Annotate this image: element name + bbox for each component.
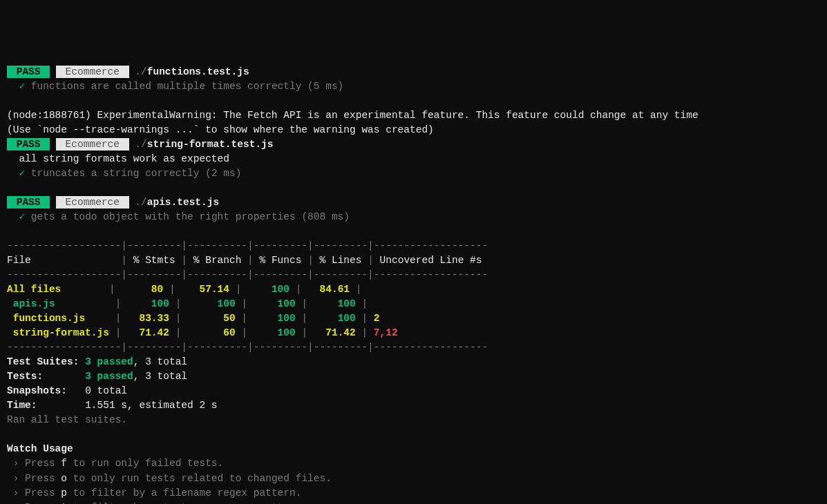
test-describe-line: all string formats work as expected: [7, 152, 820, 166]
test-result-line: ✓ truncates a string correctly (2 ms): [7, 166, 820, 181]
cov-stmts: 71.42: [127, 327, 175, 338]
watch-usage-item: › Press p to filter by a filename regex …: [7, 486, 820, 501]
cov-file: apis.js: [7, 298, 115, 309]
test-result-line: ✓ functions are called multiple times co…: [7, 79, 820, 94]
warning-line: (node:1888761) ExperimentalWarning: The …: [7, 108, 820, 123]
coverage-separator: -------------------|---------|----------…: [7, 268, 820, 282]
check-icon: ✓: [19, 168, 25, 179]
check-icon: ✓: [19, 211, 25, 222]
test-header-row: PASS Ecommerce ./string-format.test.js: [7, 137, 820, 152]
warning-line: (Use `node --trace-warnings ...` to show…: [7, 123, 820, 137]
path-prefix: ./: [129, 66, 147, 77]
coverage-row: string-format.js | 71.42 | 60 | 100 | 71…: [7, 326, 820, 340]
pass-badge: PASS: [7, 138, 50, 151]
test-name: functions are called multiple times corr…: [31, 81, 343, 92]
blank-line: [7, 94, 820, 108]
pass-badge: PASS: [7, 196, 50, 209]
watch-usage-item: › Press o to only run tests related to c…: [7, 472, 820, 486]
summary-tests: Tests: 3 passed, 3 total: [7, 369, 820, 384]
blank-line: [7, 181, 820, 195]
cov-file: All files: [7, 284, 109, 295]
cov-funcs: 100: [254, 327, 302, 338]
cov-lines: 71.42: [314, 327, 362, 338]
watch-key: t: [61, 502, 67, 504]
path-prefix: ./: [129, 139, 147, 150]
cov-uncovered: [368, 298, 482, 309]
test-file: string-format.test.js: [147, 139, 274, 150]
test-header-row: PASS Ecommerce ./functions.test.js: [7, 65, 820, 79]
coverage-separator: -------------------|---------|----------…: [7, 340, 820, 355]
cov-lines: 100: [314, 298, 362, 309]
test-result-line: ✓ gets a todo object with the right prop…: [7, 210, 820, 224]
cov-funcs: 100: [254, 313, 302, 324]
terminal-output[interactable]: PASS Ecommerce ./functions.test.js ✓ fun…: [7, 65, 820, 504]
coverage-separator: -------------------|---------|----------…: [7, 239, 820, 253]
watch-key: f: [61, 458, 67, 469]
watch-key: o: [61, 473, 67, 484]
blank-line: [7, 427, 820, 442]
summary-snapshots: Snapshots: 0 total: [7, 384, 820, 398]
path-prefix: ./: [129, 197, 147, 208]
test-file: apis.test.js: [147, 197, 219, 208]
cov-uncovered: [361, 284, 475, 295]
summary-time: Time: 1.551 s, estimated 2 s: [7, 398, 820, 413]
blank-line: [7, 224, 820, 239]
watch-usage-item: › Press f to run only failed tests.: [7, 456, 820, 471]
coverage-row: functions.js | 83.33 | 50 | 100 | 100 | …: [7, 311, 820, 326]
watch-usage-item: › Press t to filter by a test name regex…: [7, 501, 820, 504]
cov-stmts: 100: [127, 298, 175, 309]
check-icon: ✓: [19, 81, 25, 92]
env-badge: Ecommerce: [56, 196, 129, 209]
coverage-row: apis.js | 100 | 100 | 100 | 100 |: [7, 297, 820, 311]
test-header-row: PASS Ecommerce ./apis.test.js: [7, 195, 820, 210]
cov-lines: 100: [314, 313, 362, 324]
env-badge: Ecommerce: [56, 66, 129, 78]
cov-uncovered: 7,12: [368, 327, 482, 338]
watch-usage-title: Watch Usage: [7, 442, 820, 456]
test-name: gets a todo object with the right proper…: [31, 211, 350, 222]
test-name: truncates a string correctly (2 ms): [31, 168, 242, 179]
pass-badge: PASS: [7, 66, 50, 78]
cov-branch: 57.14: [181, 284, 235, 295]
cov-lines: 84.61: [307, 284, 356, 295]
watch-key: p: [61, 487, 67, 498]
summary-ran: Ran all test suites.: [7, 413, 820, 427]
cov-funcs: 100: [247, 284, 296, 295]
coverage-header: File | % Stmts | % Branch | % Funcs | % …: [7, 253, 820, 268]
test-file: functions.test.js: [147, 66, 249, 77]
cov-branch: 50: [187, 313, 241, 324]
cov-stmts: 80: [121, 284, 169, 295]
env-badge: Ecommerce: [56, 138, 129, 151]
cov-uncovered: 2: [368, 313, 482, 324]
cov-branch: 60: [187, 327, 241, 338]
summary-suites: Test Suites: 3 passed, 3 total: [7, 355, 820, 369]
coverage-row: All files | 80 | 57.14 | 100 | 84.61 |: [7, 282, 820, 297]
cov-funcs: 100: [254, 298, 302, 309]
cov-file: string-format.js: [7, 327, 115, 338]
cov-file: functions.js: [7, 313, 115, 324]
cov-stmts: 83.33: [127, 313, 175, 324]
cov-branch: 100: [187, 298, 241, 309]
